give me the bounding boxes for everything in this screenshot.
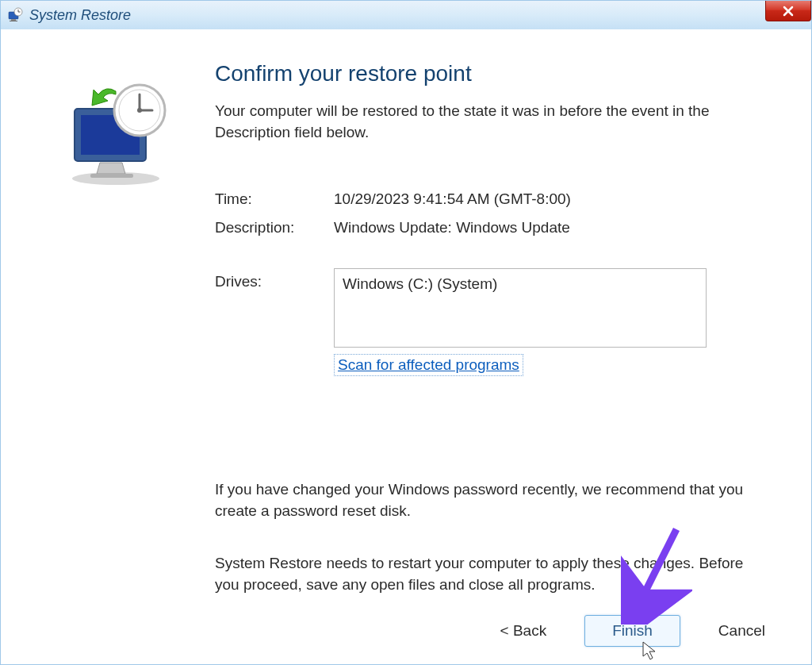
close-icon [782, 5, 795, 17]
drives-label: Drives: [215, 268, 334, 376]
page-heading: Confirm your restore point [215, 61, 748, 86]
password-note: If you have changed your Windows passwor… [215, 479, 748, 521]
svg-point-14 [137, 108, 142, 113]
back-button[interactable]: < Back [492, 617, 555, 644]
drives-row: Drives: Windows (C:) (System) Scan for a… [215, 268, 748, 376]
svg-rect-1 [11, 19, 16, 21]
close-button[interactable] [765, 1, 811, 21]
cancel-button[interactable]: Cancel [710, 617, 773, 644]
content-area: Confirm your restore point Your computer… [1, 29, 811, 596]
time-row: Time: 10/29/2023 9:41:54 AM (GMT-8:00) [215, 190, 748, 208]
system-restore-window: System Restore Confirm yo [0, 0, 812, 665]
finish-button[interactable]: Finish [584, 615, 680, 647]
scan-affected-programs-link[interactable]: Scan for affected programs [334, 354, 523, 376]
restore-computer-icon [60, 77, 179, 188]
time-value: 10/29/2023 9:41:54 AM (GMT-8:00) [334, 190, 748, 208]
svg-rect-2 [10, 21, 17, 21]
restart-note: System Restore needs to restart your com… [215, 553, 748, 595]
system-restore-icon [7, 7, 23, 23]
description-label: Description: [215, 219, 334, 236]
drives-item: Windows (C:) (System) [343, 275, 497, 292]
svg-rect-9 [90, 174, 133, 178]
description-row: Description: Windows Update: Windows Upd… [215, 219, 748, 236]
button-bar: < Back Finish Cancel [492, 615, 773, 647]
page-subheading: Your computer will be restored to the st… [215, 101, 748, 143]
titlebar: System Restore [1, 1, 811, 29]
main-panel: Confirm your restore point Your computer… [215, 61, 787, 596]
description-value: Windows Update: Windows Update [334, 219, 748, 236]
window-title: System Restore [29, 7, 131, 24]
drives-listbox[interactable]: Windows (C:) (System) [334, 268, 707, 348]
time-label: Time: [215, 190, 334, 208]
left-panel [25, 61, 215, 596]
